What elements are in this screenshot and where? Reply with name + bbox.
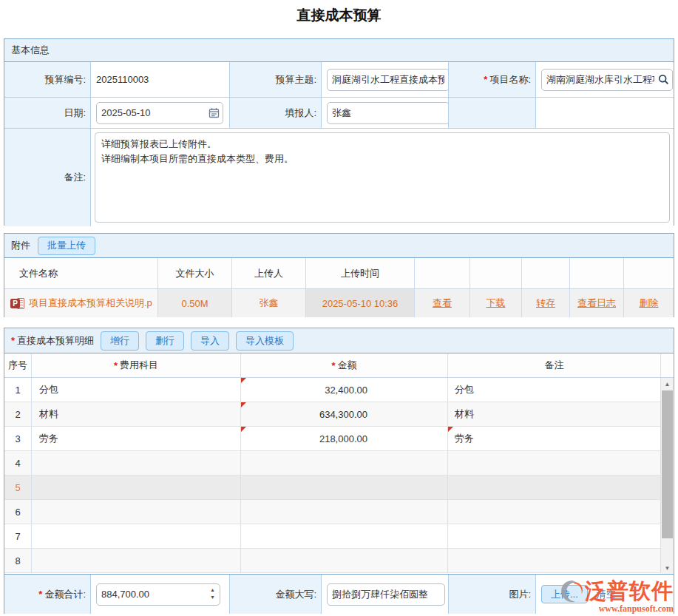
- date-input[interactable]: [96, 102, 223, 124]
- page-title: 直接成本预算: [0, 6, 678, 25]
- vendor-watermark: 泛普软件 www.fanpusoft.com: [558, 577, 674, 615]
- scroll-down-arrow[interactable]: ▼: [661, 562, 674, 574]
- remark-cell[interactable]: [448, 475, 661, 499]
- add-row-button[interactable]: 增行: [101, 331, 139, 351]
- col-action-1: [415, 258, 470, 288]
- col-amount: *金额: [241, 353, 448, 377]
- amount-cell[interactable]: [241, 549, 448, 572]
- amount-cell[interactable]: 634,300.00: [241, 402, 448, 426]
- attachments-header-row: 文件名称 文件大小 上传人 上传时间: [4, 258, 674, 289]
- amount-cell[interactable]: 218,000.00: [241, 427, 448, 450]
- amount-cell[interactable]: 32,400.00: [241, 378, 448, 402]
- subject-cell[interactable]: 分包: [32, 378, 241, 402]
- scrollbar-header-gap: [661, 353, 674, 377]
- detail-grid-body: 1 分包 32,400.00 分包 2 材料 634,300.00 材料 3 劳…: [4, 378, 674, 574]
- view-link[interactable]: 查看: [433, 297, 452, 310]
- remark-textarea[interactable]: 详细预算报表已上传附件。 详细编制本项目所需的直接成本类型、费用。: [95, 132, 670, 223]
- row-index: 3: [4, 427, 32, 450]
- total-label: * 金额合计:: [4, 575, 91, 614]
- col-uploader: 上传人: [232, 258, 306, 288]
- col-action-3: [522, 258, 570, 288]
- budget-no-label: 预算编号:: [4, 62, 91, 97]
- brand-name: 泛普软件: [585, 577, 674, 606]
- attachments-title: 附件: [11, 239, 30, 252]
- row-index: 2: [4, 402, 32, 426]
- row-index: 4: [4, 451, 32, 475]
- delete-link[interactable]: 删除: [640, 297, 659, 310]
- detail-row: 1 分包 32,400.00 分包: [4, 378, 674, 402]
- remark-cell[interactable]: [448, 524, 661, 548]
- remark-cell[interactable]: [448, 500, 661, 524]
- subject-cell[interactable]: 劳务: [32, 427, 241, 450]
- remark-cell[interactable]: 劳务: [448, 427, 661, 450]
- empty-label-cell: [449, 98, 536, 128]
- ppt-file-icon: P: [10, 297, 25, 310]
- search-icon[interactable]: [658, 74, 669, 85]
- detail-row: 6: [4, 500, 674, 524]
- required-asterisk: *: [11, 335, 15, 346]
- calendar-icon[interactable]: [209, 107, 220, 118]
- caps-label: 金额大写:: [230, 575, 322, 614]
- remark-cell[interactable]: [448, 549, 661, 572]
- remark-cell[interactable]: 材料: [448, 402, 661, 426]
- amount-cell[interactable]: [241, 451, 448, 475]
- scrollbar-thumb[interactable]: [662, 390, 673, 538]
- remark-cell[interactable]: [448, 451, 661, 475]
- detail-panel: * 直接成本预算明细 增行 删行 导入 导入模板 序号 *费用科目 *金额 备注…: [4, 328, 674, 614]
- subject-cell[interactable]: [32, 524, 241, 548]
- project-name-input[interactable]: [541, 69, 673, 91]
- import-template-button[interactable]: 导入模板: [236, 331, 294, 351]
- subject-cell[interactable]: [32, 549, 241, 572]
- attachment-file-name[interactable]: 项目直接成本预算相关说明.p: [29, 297, 152, 310]
- amount-cell[interactable]: [241, 500, 448, 524]
- detail-row: 4: [4, 451, 674, 475]
- remark-label: 备注:: [4, 129, 91, 226]
- basic-info-header: 基本信息: [4, 39, 674, 62]
- subject-input[interactable]: [327, 69, 449, 91]
- amount-cell[interactable]: [241, 475, 448, 499]
- col-index: 序号: [4, 353, 32, 377]
- attachment-upload-time: 2025-05-10 10:36: [306, 289, 415, 317]
- save-as-link[interactable]: 转存: [536, 297, 555, 310]
- reporter-input[interactable]: [327, 102, 449, 124]
- detail-row: 7: [4, 524, 674, 549]
- row-index: 7: [4, 524, 32, 548]
- view-log-link[interactable]: 查看日志: [577, 297, 616, 310]
- project-name-label: * 项目名称:: [449, 62, 536, 97]
- attachment-uploader: 张鑫: [232, 289, 306, 317]
- budget-no-value: 2025110003: [91, 62, 230, 97]
- subject-cell[interactable]: [32, 500, 241, 524]
- attachment-row: P 项目直接成本预算相关说明.p 0.50M 张鑫 2025-05-10 10:…: [4, 289, 674, 317]
- spinner-arrows[interactable]: ▲▼: [210, 586, 215, 601]
- col-subject: *费用科目: [32, 353, 241, 377]
- basic-info-title: 基本信息: [11, 44, 50, 57]
- empty-value-cell: [536, 98, 674, 128]
- detail-row: 2 材料 634,300.00 材料: [4, 402, 674, 427]
- import-button[interactable]: 导入: [191, 331, 229, 351]
- delete-row-button[interactable]: 删行: [146, 331, 184, 351]
- row-index: 6: [4, 500, 32, 524]
- detail-row-selected: 5: [4, 475, 674, 500]
- brand-url: www.fanpusoft.com: [558, 603, 674, 615]
- detail-row: 3 劳务 218,000.00 劳务: [4, 427, 674, 451]
- amount-in-words-input[interactable]: [327, 583, 445, 606]
- subject-cell[interactable]: 材料: [32, 402, 241, 426]
- remark-cell[interactable]: 分包: [448, 378, 661, 402]
- fanpu-logo-icon: [558, 579, 585, 604]
- date-label: 日期:: [4, 98, 91, 128]
- amount-cell[interactable]: [241, 524, 448, 548]
- scroll-up-arrow[interactable]: ▲: [661, 378, 674, 390]
- subject-cell[interactable]: [32, 475, 241, 499]
- attachments-panel: 附件 批量上传 文件名称 文件大小 上传人 上传时间 P 项目直接成本预算相关说…: [4, 233, 674, 317]
- basic-info-panel: 基本信息 预算编号: 2025110003 预算主题: * 项目名称: 日期:: [4, 38, 674, 226]
- image-label: 图片:: [449, 575, 536, 614]
- col-action-4: [570, 258, 624, 288]
- download-link[interactable]: 下载: [487, 297, 506, 310]
- total-amount-input[interactable]: [96, 583, 220, 606]
- col-file-size: 文件大小: [158, 258, 232, 288]
- required-asterisk: *: [484, 74, 487, 85]
- vertical-scrollbar[interactable]: ▲ ▼: [661, 378, 674, 574]
- detail-title: 直接成本预算明细: [17, 334, 94, 348]
- batch-upload-button[interactable]: 批量上传: [38, 237, 95, 255]
- subject-cell[interactable]: [32, 451, 241, 475]
